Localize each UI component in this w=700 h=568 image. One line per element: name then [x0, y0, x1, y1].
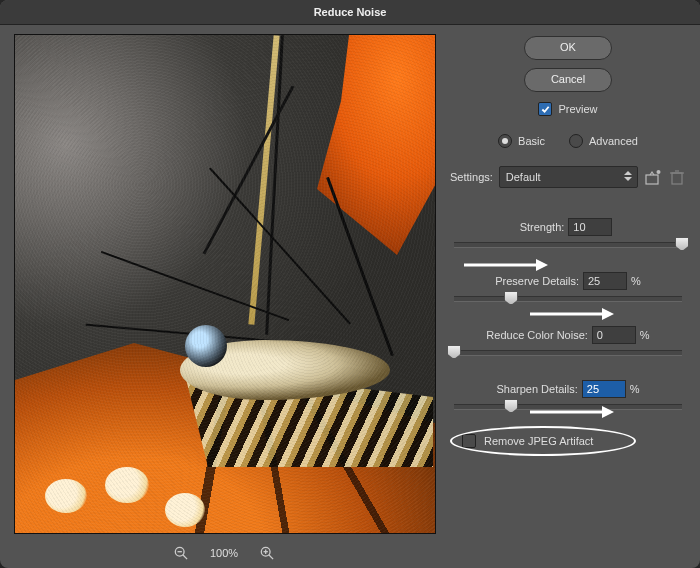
settings-value: Default — [506, 171, 541, 183]
preserve-details-slider[interactable] — [454, 296, 682, 302]
advanced-label: Advanced — [589, 135, 638, 147]
zoom-in-icon[interactable] — [260, 546, 274, 560]
svg-rect-11 — [672, 173, 682, 184]
cancel-button[interactable]: Cancel — [524, 68, 612, 92]
options-panel: OK Cancel Preview Basic Advanced — [448, 30, 688, 560]
strength-input[interactable]: 10 — [568, 218, 612, 236]
preview-toggle-row: Preview — [448, 102, 688, 116]
preserve-details-unit: % — [631, 275, 641, 287]
chevron-down-icon — [623, 170, 633, 182]
sharpen-details-slider[interactable] — [454, 404, 682, 410]
strength-slider[interactable] — [454, 242, 682, 248]
reduce-color-noise-input[interactable]: 0 — [592, 326, 636, 344]
preview-checkbox[interactable] — [538, 102, 552, 116]
zoom-controls: 100% — [14, 540, 434, 566]
settings-select[interactable]: Default — [499, 166, 638, 188]
advanced-radio[interactable] — [569, 134, 583, 148]
dialog-title: Reduce Noise — [0, 0, 700, 25]
svg-marker-15 — [536, 259, 548, 271]
remove-jpeg-row: Remove JPEG Artifact — [462, 434, 682, 448]
basic-label: Basic — [518, 135, 545, 147]
reduce-color-noise-label: Reduce Color Noise: — [486, 329, 588, 341]
preserve-details-slider-item: Preserve Details: 25 % — [454, 272, 682, 302]
settings-label: Settings: — [450, 171, 493, 183]
remove-jpeg-checkbox[interactable] — [462, 434, 476, 448]
reduce-color-noise-unit: % — [640, 329, 650, 341]
sharpen-details-label: Sharpen Details: — [496, 383, 577, 395]
zoom-level[interactable]: 100% — [210, 547, 238, 559]
svg-point-10 — [657, 170, 661, 174]
trash-icon[interactable] — [668, 169, 686, 185]
strength-slider-item: Strength: 10 — [454, 218, 682, 248]
svg-marker-17 — [602, 308, 614, 320]
mode-radio-row: Basic Advanced — [448, 134, 688, 148]
settings-row: Settings: Default — [448, 166, 688, 188]
zoom-out-icon[interactable] — [174, 546, 188, 560]
sliders-group: Strength: 10 Preserve Details: 25 — [448, 218, 688, 448]
preview-label: Preview — [558, 103, 597, 115]
svg-marker-8 — [624, 171, 632, 175]
dialog-body: 100% OK Cancel Preview Basic — [0, 24, 700, 568]
preserve-details-input[interactable]: 25 — [583, 272, 627, 290]
save-preset-icon[interactable] — [644, 169, 662, 185]
strength-label: Strength: — [520, 221, 565, 233]
svg-rect-9 — [646, 175, 658, 184]
reduce-color-noise-slider-item: Reduce Color Noise: 0 % — [454, 326, 682, 356]
svg-line-4 — [269, 555, 273, 559]
preview-canvas[interactable] — [14, 34, 436, 534]
sharpen-details-slider-item: Sharpen Details: 25 % — [454, 380, 682, 410]
sharpen-details-unit: % — [630, 383, 640, 395]
reduce-noise-dialog: Reduce Noise 10 — [0, 0, 700, 568]
reduce-color-noise-slider[interactable] — [454, 350, 682, 356]
basic-radio[interactable] — [498, 134, 512, 148]
remove-jpeg-label: Remove JPEG Artifact — [484, 435, 593, 447]
ok-button[interactable]: OK — [524, 36, 612, 60]
svg-marker-7 — [624, 177, 632, 181]
sharpen-details-input[interactable]: 25 — [582, 380, 626, 398]
preserve-details-label: Preserve Details: — [495, 275, 579, 287]
svg-line-1 — [183, 555, 187, 559]
